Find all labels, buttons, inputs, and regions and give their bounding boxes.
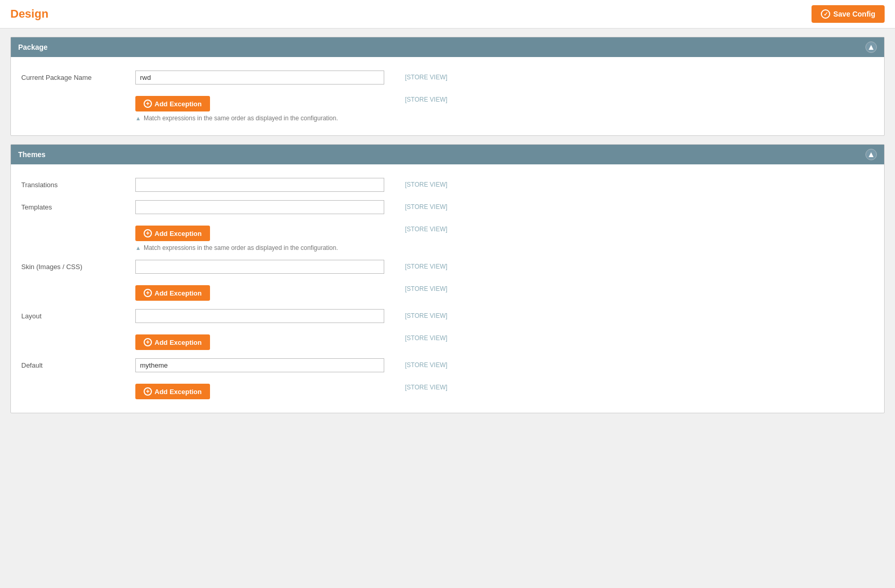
translations-label: Translations xyxy=(21,178,135,189)
templates-add-exception-button[interactable]: + Add Exception xyxy=(135,226,210,241)
templates-input[interactable] xyxy=(135,200,384,214)
templates-row: Templates [STORE VIEW] xyxy=(21,196,874,218)
warning-triangle-icon-2: ▲ xyxy=(135,245,141,251)
default-exception-row: + Add Exception [STORE VIEW] xyxy=(21,376,874,403)
translations-scope: [STORE VIEW] xyxy=(405,178,448,188)
top-bar: Design ✓ Save Config xyxy=(0,0,895,29)
templates-exception-row: + Add Exception ▲ Match expressions in t… xyxy=(21,218,874,256)
layout-add-exception-button[interactable]: + Add Exception xyxy=(135,334,210,350)
package-section-title: Package xyxy=(18,43,48,51)
plus-circle-icon-5: + xyxy=(144,387,152,396)
check-icon: ✓ xyxy=(821,9,830,19)
skin-exception-scope: [STORE VIEW] xyxy=(405,282,448,292)
default-row: Default [STORE VIEW] xyxy=(21,354,874,376)
themes-section-title: Themes xyxy=(18,150,46,159)
skin-exception-row: + Add Exception [STORE VIEW] xyxy=(21,278,874,305)
layout-input[interactable] xyxy=(135,309,384,323)
skin-input[interactable] xyxy=(135,260,384,274)
default-input[interactable] xyxy=(135,358,384,372)
skin-content xyxy=(135,260,384,274)
current-package-name-content xyxy=(135,71,384,85)
package-section: Package ▲ Current Package Name [STORE VI… xyxy=(10,37,885,136)
translations-content xyxy=(135,178,384,192)
layout-scope: [STORE VIEW] xyxy=(405,309,448,319)
current-package-name-input[interactable] xyxy=(135,71,384,85)
page-title: Design xyxy=(10,7,48,21)
plus-circle-icon: + xyxy=(144,100,152,108)
save-config-button[interactable]: ✓ Save Config xyxy=(812,5,885,23)
default-content xyxy=(135,358,384,372)
themes-collapse-button[interactable]: ▲ xyxy=(865,149,877,160)
themes-section: Themes ▲ Translations [STORE VIEW] Templ… xyxy=(10,144,885,413)
package-add-exception-label: Add Exception xyxy=(155,100,202,108)
layout-content xyxy=(135,309,384,323)
default-add-exception-label: Add Exception xyxy=(155,388,202,396)
layout-exception-scope: [STORE VIEW] xyxy=(405,331,448,342)
default-scope: [STORE VIEW] xyxy=(405,358,448,369)
templates-content xyxy=(135,200,384,214)
package-exception-scope: [STORE VIEW] xyxy=(405,93,448,103)
layout-exception-row: + Add Exception [STORE VIEW] xyxy=(21,327,874,354)
main-content: Package ▲ Current Package Name [STORE VI… xyxy=(0,29,895,430)
templates-exception-scope: [STORE VIEW] xyxy=(405,222,448,233)
templates-label: Templates xyxy=(21,200,135,211)
plus-circle-icon-4: + xyxy=(144,338,152,346)
layout-row: Layout [STORE VIEW] xyxy=(21,305,874,327)
skin-scope: [STORE VIEW] xyxy=(405,260,448,270)
templates-add-exception-label: Add Exception xyxy=(155,230,202,237)
layout-exception-content: + Add Exception xyxy=(135,331,384,350)
package-add-exception-button[interactable]: + Add Exception xyxy=(135,96,210,111)
default-add-exception-button[interactable]: + Add Exception xyxy=(135,384,210,399)
themes-section-body: Translations [STORE VIEW] Templates [STO… xyxy=(11,164,884,413)
layout-add-exception-label: Add Exception xyxy=(155,339,202,346)
skin-add-exception-button[interactable]: + Add Exception xyxy=(135,285,210,301)
skin-label: Skin (Images / CSS) xyxy=(21,260,135,271)
current-package-name-label: Current Package Name xyxy=(21,71,135,81)
templates-match-note: ▲ Match expressions in the same order as… xyxy=(135,244,384,251)
current-package-name-scope: [STORE VIEW] xyxy=(405,71,448,81)
package-section-header: Package ▲ xyxy=(11,37,884,57)
translations-input[interactable] xyxy=(135,178,384,192)
default-exception-content: + Add Exception xyxy=(135,381,384,399)
package-exception-content: + Add Exception ▲ Match expressions in t… xyxy=(135,93,384,122)
package-match-note: ▲ Match expressions in the same order as… xyxy=(135,115,384,122)
package-collapse-button[interactable]: ▲ xyxy=(865,41,877,53)
templates-scope: [STORE VIEW] xyxy=(405,200,448,211)
themes-section-header: Themes ▲ xyxy=(11,145,884,164)
package-exception-row: + Add Exception ▲ Match expressions in t… xyxy=(21,89,874,126)
templates-match-note-text: Match expressions in the same order as d… xyxy=(144,244,338,251)
package-match-note-text: Match expressions in the same order as d… xyxy=(144,115,338,122)
package-section-body: Current Package Name [STORE VIEW] + Add … xyxy=(11,57,884,135)
current-package-name-row: Current Package Name [STORE VIEW] xyxy=(21,66,874,89)
plus-circle-icon-2: + xyxy=(144,229,152,237)
skin-exception-content: + Add Exception xyxy=(135,282,384,301)
warning-triangle-icon: ▲ xyxy=(135,115,141,121)
default-label: Default xyxy=(21,358,135,369)
plus-circle-icon-3: + xyxy=(144,289,152,297)
default-exception-scope: [STORE VIEW] xyxy=(405,381,448,391)
skin-row: Skin (Images / CSS) [STORE VIEW] xyxy=(21,256,874,278)
translations-row: Translations [STORE VIEW] xyxy=(21,174,874,196)
save-config-label: Save Config xyxy=(833,10,875,18)
layout-label: Layout xyxy=(21,309,135,320)
templates-exception-content: + Add Exception ▲ Match expressions in t… xyxy=(135,222,384,251)
skin-add-exception-label: Add Exception xyxy=(155,289,202,297)
